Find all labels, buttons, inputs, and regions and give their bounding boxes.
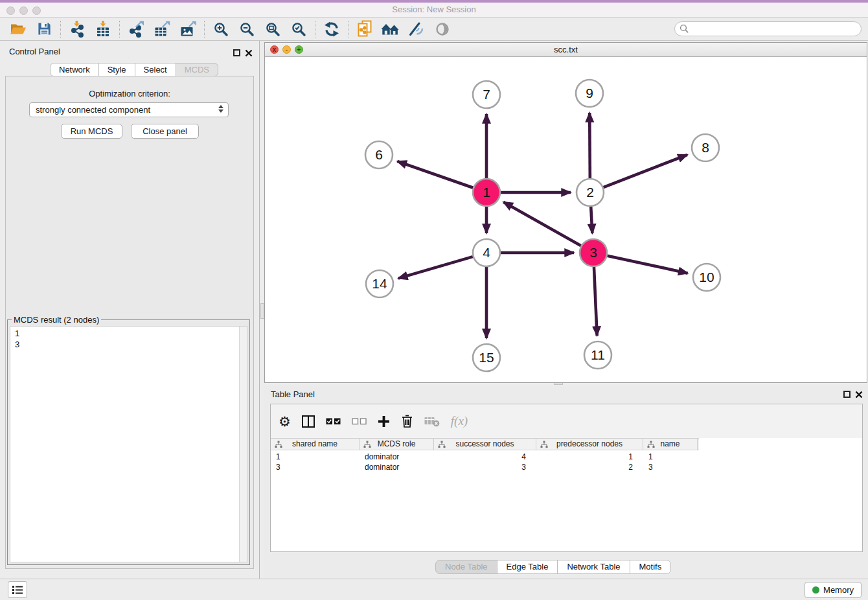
navigator-eye-icon[interactable] xyxy=(429,19,455,40)
mcds-result-area[interactable]: 13 xyxy=(10,326,247,562)
function-builder-icon[interactable]: f(x) xyxy=(451,414,468,428)
float-panel-icon[interactable] xyxy=(233,49,240,56)
tab-motifs[interactable]: Motifs xyxy=(630,560,672,574)
zoom-fit-icon[interactable] xyxy=(260,19,286,40)
clone-network-icon[interactable] xyxy=(352,19,378,40)
close-panel-icon[interactable] xyxy=(245,49,253,57)
column-header-predecessor-nodes[interactable]: predecessor nodes xyxy=(536,439,643,450)
graph-edge-3-10[interactable] xyxy=(607,256,687,273)
column-type-icon xyxy=(275,441,282,448)
open-session-icon[interactable] xyxy=(5,19,31,40)
memory-button[interactable]: Memory xyxy=(805,582,862,598)
mcds-result-lines: 13 xyxy=(10,327,247,351)
table-cell[interactable]: 1 xyxy=(643,452,698,462)
close-panel-button[interactable]: Close panel xyxy=(131,124,199,139)
task-history-button[interactable] xyxy=(8,581,27,598)
table-body: 1dominator4113dominator323 xyxy=(271,452,862,472)
table-cell[interactable]: 3 xyxy=(643,462,698,472)
graph-node-15[interactable]: 15 xyxy=(473,344,500,371)
search-icon xyxy=(680,24,689,34)
zoom-out-icon[interactable] xyxy=(234,19,260,40)
home-layout-icon[interactable] xyxy=(378,19,404,40)
graph-edge-2-3[interactable] xyxy=(591,207,592,233)
table-cell[interactable]: 3 xyxy=(271,462,360,472)
graph-edge-2-9[interactable] xyxy=(589,113,590,178)
tab-node-table[interactable]: Node Table xyxy=(435,560,497,574)
table-row[interactable]: 3dominator323 xyxy=(271,462,862,472)
tab-network-table[interactable]: Network Table xyxy=(557,560,630,574)
graph-node-3[interactable]: 3 xyxy=(580,239,607,266)
table-cell[interactable]: 2 xyxy=(536,462,643,472)
vertical-splitter[interactable] xyxy=(259,41,264,579)
table-settings-gear-icon[interactable]: ⚙ xyxy=(279,415,291,428)
table-cell[interactable]: 1 xyxy=(536,452,643,462)
save-session-icon[interactable] xyxy=(31,19,57,40)
delete-table-icon[interactable] xyxy=(424,415,440,427)
graph-node-4[interactable]: 4 xyxy=(473,239,500,266)
select-stepper-icon xyxy=(218,105,223,113)
show-columns-icon[interactable] xyxy=(302,415,315,428)
column-header-shared-name[interactable]: shared name xyxy=(271,439,360,450)
table-row[interactable]: 1dominator411 xyxy=(271,452,862,462)
table-cell[interactable]: 4 xyxy=(434,452,536,462)
node-table-container: ⚙ f(x) shared name xyxy=(270,404,863,552)
graph-node-11[interactable]: 11 xyxy=(584,341,611,369)
toolbar-separator xyxy=(315,21,315,38)
graph-node-10[interactable]: 10 xyxy=(693,264,720,291)
tab-select[interactable]: Select xyxy=(135,63,176,76)
column-header-mcds-role[interactable]: MCDS role xyxy=(360,439,434,450)
graph-node-9[interactable]: 9 xyxy=(576,80,603,107)
toolbar-separator xyxy=(204,21,205,38)
table-panel: Table Panel ⚙ f(x) xyxy=(264,386,868,579)
svg-text:8: 8 xyxy=(702,140,709,155)
close-panel-icon[interactable] xyxy=(855,391,863,398)
table-toolbar: ⚙ f(x) xyxy=(271,404,862,438)
run-mcds-button[interactable]: Run MCDS xyxy=(61,124,122,139)
network-graph[interactable]: 1234678910111415 xyxy=(265,57,867,382)
zoom-selected-icon[interactable] xyxy=(286,19,312,40)
graph-edge-3-11[interactable] xyxy=(594,267,597,336)
export-image-icon[interactable] xyxy=(175,19,201,40)
select-all-columns-icon[interactable] xyxy=(326,417,341,426)
delete-column-trash-icon[interactable] xyxy=(401,414,413,428)
export-network-icon[interactable] xyxy=(123,19,149,40)
tab-edge-table[interactable]: Edge Table xyxy=(497,560,558,574)
export-table-icon[interactable] xyxy=(149,19,175,40)
main-toolbar xyxy=(0,17,868,41)
table-cell[interactable]: 1 xyxy=(271,452,360,462)
graph-edge-3-1[interactable] xyxy=(503,202,581,246)
graph-node-7[interactable]: 7 xyxy=(473,81,500,108)
graph-node-8[interactable]: 8 xyxy=(692,134,719,161)
graph-node-2[interactable]: 2 xyxy=(577,179,604,206)
graph-edge-2-8[interactable] xyxy=(604,155,688,187)
optimization-criterion-select[interactable]: strongly connected component xyxy=(29,102,229,117)
column-header-name[interactable]: name xyxy=(643,439,698,450)
refresh-view-icon[interactable] xyxy=(319,19,345,40)
graph-node-1[interactable]: 1 xyxy=(473,179,500,206)
search-input[interactable] xyxy=(689,24,861,34)
zoom-in-icon[interactable] xyxy=(208,19,234,40)
tab-mcds[interactable]: MCDS xyxy=(176,63,218,76)
tab-style[interactable]: Style xyxy=(98,63,135,76)
add-column-icon[interactable] xyxy=(378,415,390,428)
graph-node-14[interactable]: 14 xyxy=(366,270,393,297)
table-cell[interactable]: dominator xyxy=(360,462,434,472)
network-window-titlebar[interactable]: x - + scc.txt xyxy=(265,43,867,57)
column-header-successor-nodes[interactable]: successor nodes xyxy=(434,439,536,450)
graph-edge-1-6[interactable] xyxy=(397,161,473,188)
svg-text:15: 15 xyxy=(479,350,494,365)
tab-network[interactable]: Network xyxy=(50,63,99,76)
unselect-all-columns-icon[interactable] xyxy=(352,417,367,426)
result-scrollbar[interactable] xyxy=(239,327,247,562)
float-panel-icon[interactable] xyxy=(843,391,851,398)
network-canvas[interactable]: 1234678910111415 xyxy=(265,57,867,382)
table-cell[interactable]: 3 xyxy=(434,462,536,472)
svg-text:1: 1 xyxy=(483,185,490,200)
import-network-icon[interactable] xyxy=(64,19,90,40)
table-panel-tabs: Node Table Edge Table Network Table Moti… xyxy=(435,560,671,574)
graph-node-6[interactable]: 6 xyxy=(365,141,393,168)
import-table-icon[interactable] xyxy=(90,19,116,40)
hide-graphics-details-icon[interactable] xyxy=(404,19,429,40)
graph-edge-4-14[interactable] xyxy=(398,257,473,278)
table-cell[interactable]: dominator xyxy=(360,452,434,462)
